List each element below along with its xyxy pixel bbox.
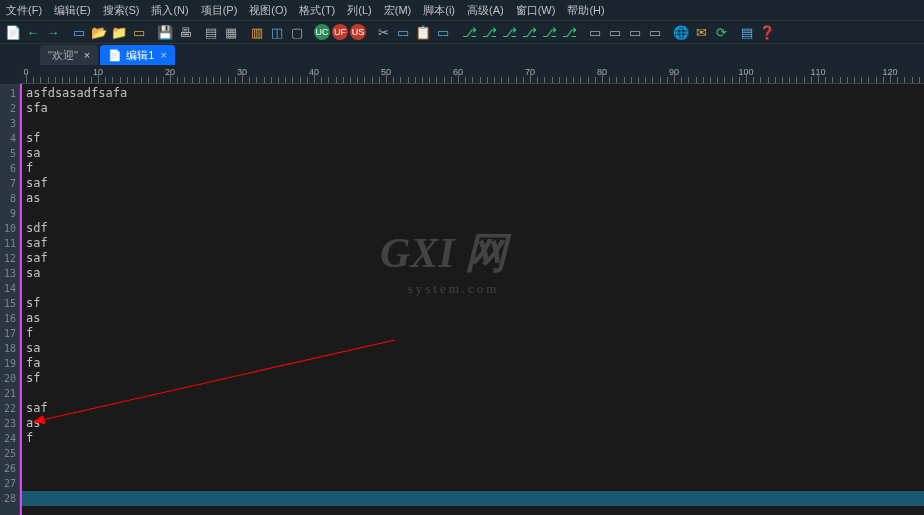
menu-macro[interactable]: 宏(M): [382, 3, 414, 18]
code-line[interactable]: sfa: [26, 101, 924, 116]
line-number: 20: [0, 371, 19, 386]
code-line[interactable]: as: [26, 191, 924, 206]
code-line[interactable]: [26, 476, 924, 491]
new-file-icon[interactable]: 📄: [4, 23, 22, 41]
line-number: 28: [0, 491, 19, 506]
doc-icon[interactable]: ▤: [738, 23, 756, 41]
code-line[interactable]: f: [26, 326, 924, 341]
cut-icon[interactable]: ✂: [374, 23, 392, 41]
close-icon[interactable]: ×: [84, 49, 90, 61]
line-number: 15: [0, 296, 19, 311]
code-line[interactable]: sa: [26, 266, 924, 281]
line-number: 10: [0, 221, 19, 236]
code-line[interactable]: sa: [26, 341, 924, 356]
menu-project[interactable]: 项目(P): [199, 3, 240, 18]
copy-icon[interactable]: ▭: [394, 23, 412, 41]
code-line[interactable]: sf: [26, 131, 924, 146]
panel-icon[interactable]: ◫: [268, 23, 286, 41]
code-line[interactable]: saf: [26, 401, 924, 416]
us-icon[interactable]: US: [350, 24, 366, 40]
code-line[interactable]: [26, 446, 924, 461]
open-icon[interactable]: 📂: [90, 23, 108, 41]
menu-edit[interactable]: 编辑(E): [52, 3, 93, 18]
code-line[interactable]: sa: [26, 146, 924, 161]
code-line[interactable]: [26, 281, 924, 296]
code-line[interactable]: asfdsasadfsafa: [26, 86, 924, 101]
grid-icon[interactable]: ▦: [222, 23, 240, 41]
margin-indicator: [20, 84, 22, 515]
columns-icon[interactable]: ▥: [248, 23, 266, 41]
uf-icon[interactable]: UF: [332, 24, 348, 40]
editor[interactable]: asfdsasadfsafa sfa sf sa f saf as sdf sa…: [20, 84, 924, 515]
close-icon[interactable]: ×: [160, 49, 166, 61]
win1-icon[interactable]: ▭: [586, 23, 604, 41]
menu-insert[interactable]: 插入(N): [149, 3, 190, 18]
close-icon[interactable]: ▭: [130, 23, 148, 41]
win3-icon[interactable]: ▭: [626, 23, 644, 41]
help-icon[interactable]: ❓: [758, 23, 776, 41]
line-number: 26: [0, 461, 19, 476]
menu-advanced[interactable]: 高级(A): [465, 3, 506, 18]
line-number: 22: [0, 401, 19, 416]
menu-view[interactable]: 视图(O): [247, 3, 289, 18]
menu-search[interactable]: 搜索(S): [101, 3, 142, 18]
code-content[interactable]: asfdsasadfsafa sfa sf sa f saf as sdf sa…: [20, 84, 924, 491]
tab-edit1[interactable]: 📄 编辑1 ×: [100, 45, 175, 65]
line-number: 8: [0, 191, 19, 206]
menu-file[interactable]: 文件(F): [4, 3, 44, 18]
paste-icon[interactable]: 📋: [414, 23, 432, 41]
line-number: 4: [0, 131, 19, 146]
line-number: 24: [0, 431, 19, 446]
uc-icon[interactable]: UC: [314, 24, 330, 40]
print-icon[interactable]: 🖶: [176, 23, 194, 41]
file-icon[interactable]: ▭: [70, 23, 88, 41]
code-line[interactable]: sf: [26, 371, 924, 386]
win2-icon[interactable]: ▭: [606, 23, 624, 41]
code-line[interactable]: as: [26, 416, 924, 431]
code-line[interactable]: f: [26, 161, 924, 176]
tree1-icon[interactable]: ⎇: [460, 23, 478, 41]
code-line[interactable]: saf: [26, 251, 924, 266]
line-number: 5: [0, 146, 19, 161]
line-number: 23: [0, 416, 19, 431]
mail-icon[interactable]: ✉: [692, 23, 710, 41]
forward-icon[interactable]: →: [44, 23, 62, 41]
line-number: 11: [0, 236, 19, 251]
code-line[interactable]: as: [26, 311, 924, 326]
tree5-icon[interactable]: ⎇: [540, 23, 558, 41]
menu-help[interactable]: 帮助(H): [565, 3, 606, 18]
code-line[interactable]: [26, 206, 924, 221]
code-line[interactable]: saf: [26, 176, 924, 191]
line-number: 2: [0, 101, 19, 116]
tree4-icon[interactable]: ⎇: [520, 23, 538, 41]
tree3-icon[interactable]: ⎇: [500, 23, 518, 41]
menu-script[interactable]: 脚本(i): [421, 3, 457, 18]
clipboard-icon[interactable]: ▭: [434, 23, 452, 41]
win4-icon[interactable]: ▭: [646, 23, 664, 41]
window-icon[interactable]: ▢: [288, 23, 306, 41]
menu-format[interactable]: 格式(T): [297, 3, 337, 18]
code-line[interactable]: [26, 116, 924, 131]
list-icon[interactable]: ▤: [202, 23, 220, 41]
code-line[interactable]: [26, 386, 924, 401]
line-number-gutter: 1234567891011121314151617181920212223242…: [0, 84, 20, 515]
code-line[interactable]: saf: [26, 236, 924, 251]
code-line[interactable]: [26, 461, 924, 476]
line-number: 19: [0, 356, 19, 371]
back-icon[interactable]: ←: [24, 23, 42, 41]
code-line[interactable]: sdf: [26, 221, 924, 236]
folder-icon[interactable]: 📁: [110, 23, 128, 41]
tree2-icon[interactable]: ⎇: [480, 23, 498, 41]
menu-window[interactable]: 窗口(W): [514, 3, 558, 18]
code-line[interactable]: sf: [26, 296, 924, 311]
refresh-icon[interactable]: ⟳: [712, 23, 730, 41]
code-line[interactable]: f: [26, 431, 924, 446]
tab-welcome[interactable]: "欢迎" ×: [40, 45, 98, 65]
save-icon[interactable]: 💾: [156, 23, 174, 41]
tree6-icon[interactable]: ⎇: [560, 23, 578, 41]
menu-column[interactable]: 列(L): [345, 3, 373, 18]
line-number: 25: [0, 446, 19, 461]
globe-icon[interactable]: 🌐: [672, 23, 690, 41]
line-number: 7: [0, 176, 19, 191]
code-line[interactable]: fa: [26, 356, 924, 371]
